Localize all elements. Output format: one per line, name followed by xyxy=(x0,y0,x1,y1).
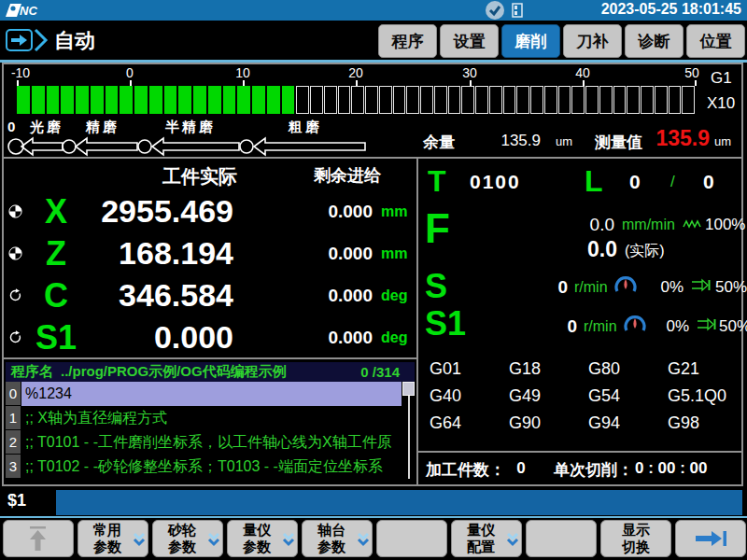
axis-actual-value: 168.194 xyxy=(84,232,233,274)
spindle-unit: r/min xyxy=(574,279,608,296)
feed-unit: mm/min xyxy=(622,217,675,233)
tab-grinding[interactable]: 磨削 xyxy=(501,24,560,58)
softkey-gauge-params[interactable]: 量仪参数 xyxy=(227,520,298,557)
loop-separator: / xyxy=(670,173,675,191)
softkey-empty[interactable] xyxy=(526,520,597,557)
cnc-screen: NC 2023-05-25 18:01:45 自动 程序 设置 磨削 刀补 诊断… xyxy=(0,0,747,560)
stage-sparkout-label: 光磨 xyxy=(30,119,63,136)
scale-cell xyxy=(489,86,502,114)
softkey-common-params[interactable]: 常用参数 xyxy=(78,520,148,557)
scale-cell xyxy=(682,86,695,114)
allowance-value: 135.9 xyxy=(471,132,541,150)
chevron-down-icon xyxy=(506,532,519,547)
softkey-wheel-params[interactable]: 砂轮参数 xyxy=(152,520,223,557)
gcode: G94 xyxy=(588,413,663,433)
line-text: ;; X轴为直径编程方式 xyxy=(21,406,402,430)
scale-cell xyxy=(208,86,221,114)
softkey-empty[interactable] xyxy=(376,520,447,557)
stage-zero-label: 0 xyxy=(7,119,15,134)
axis-unit: mm xyxy=(381,190,407,232)
axis-row-z: Z 168.194 0.000 mm xyxy=(4,232,415,274)
gcode: G90 xyxy=(509,413,584,433)
divider xyxy=(0,516,747,518)
gcode: G01 xyxy=(430,359,504,379)
softkey-display-switch[interactable]: 显示切换 xyxy=(600,520,671,557)
program-header: 程序名../prog/PROG示例/OG代码编程示例 0 /314 xyxy=(6,362,415,382)
scale-cell xyxy=(448,86,461,114)
program-line[interactable]: 2 ;; T0101 - -工件磨削坐标系，以工件轴心线为X轴工件原 xyxy=(6,430,402,455)
next-menu-arrow-icon xyxy=(693,526,728,551)
axis-actual-value: 346.584 xyxy=(84,274,233,316)
position-icon xyxy=(8,204,22,218)
axis-row-c: C 346.584 0.000 deg xyxy=(4,274,415,316)
scale-cell xyxy=(544,86,557,114)
scale-cell xyxy=(61,86,74,114)
feed-actual-note: (实际) xyxy=(625,242,665,261)
feed-wave-icon xyxy=(683,217,703,231)
scale-cell xyxy=(282,86,295,114)
scale-cell xyxy=(461,86,474,114)
program-line[interactable]: 1 ;; X轴为直径编程方式 xyxy=(6,406,402,430)
scale-cell xyxy=(655,86,668,114)
spindle-value: 0 xyxy=(540,316,577,337)
axes-panel: 工件实际 剩余进给 X 2955.469 0.000 mm Z 168.194 … xyxy=(2,159,418,359)
softkey-gauge-config[interactable]: 量仪配置 xyxy=(451,520,522,557)
spindle-unit: r/min xyxy=(584,318,617,335)
gcode: G64 xyxy=(430,413,504,433)
line-number: 3 xyxy=(6,455,21,478)
axis-unit: mm xyxy=(381,232,407,274)
tick: 10 xyxy=(235,65,250,80)
axis-name: S1 xyxy=(28,316,84,358)
position-icon xyxy=(8,246,22,260)
scale-cell xyxy=(627,86,640,114)
tick: 0 xyxy=(126,65,134,80)
scale-cell xyxy=(252,86,265,114)
measured-label: 测量值 xyxy=(595,132,642,153)
scale-bar xyxy=(17,86,696,114)
scale-cell xyxy=(475,86,488,114)
scale-cell xyxy=(149,86,162,114)
scale-cell xyxy=(351,86,364,114)
scale-cell xyxy=(106,86,119,114)
gcode: G98 xyxy=(668,413,742,433)
parts-count-value: 0 xyxy=(507,459,535,478)
softkey-next-menu-button[interactable] xyxy=(675,520,746,557)
chevron-down-icon xyxy=(207,532,220,547)
brand-logo-icon: NC xyxy=(4,2,60,19)
program-scrollbar[interactable] xyxy=(402,382,415,479)
axis-remain-value: 0.000 xyxy=(284,232,373,274)
scale-cell xyxy=(76,86,89,114)
auto-mode-icon xyxy=(6,26,49,54)
parts-count-label: 加工件数： xyxy=(426,459,505,481)
tab-position[interactable]: 位置 xyxy=(686,24,745,58)
chevron-down-icon xyxy=(282,532,295,547)
spindle-override-low: 0% xyxy=(657,317,689,336)
remain-header: 剩余进给 xyxy=(305,164,389,187)
scrollbar-track xyxy=(408,396,410,479)
scrollbar-thumb[interactable] xyxy=(402,382,415,396)
program-line[interactable]: 0 %1234 xyxy=(6,382,402,406)
scale-cell xyxy=(296,86,309,114)
tab-settings[interactable]: 设置 xyxy=(440,24,499,58)
up-arrow-icon xyxy=(26,525,50,553)
feed-override: 100% xyxy=(705,216,745,234)
tab-program[interactable]: 程序 xyxy=(378,24,437,58)
loop-current: 0 xyxy=(629,171,641,193)
softkey-table-params[interactable]: 轴台参数 xyxy=(302,520,373,557)
softkey-up-button[interactable] xyxy=(3,520,74,557)
tab-toolcomp[interactable]: 刀补 xyxy=(563,24,622,58)
gcode: G54 xyxy=(588,386,663,406)
axis-name: C xyxy=(28,274,84,316)
gcode: G21 xyxy=(668,359,742,379)
tool-letter: T xyxy=(428,164,446,199)
scale-cell xyxy=(599,86,613,114)
tool-number: 0100 xyxy=(470,171,521,193)
feed-command-value: 0.0 xyxy=(558,215,614,235)
tab-diagnose[interactable]: 诊断 xyxy=(625,24,684,58)
tick: 30 xyxy=(462,65,477,80)
axis-actual-value: 2955.469 xyxy=(84,190,233,232)
scale-cell xyxy=(32,86,45,114)
command-input[interactable] xyxy=(56,490,742,515)
program-line[interactable]: 3 ;; T0102 - -砂轮修整坐标系；T0103 - -端面定位坐标系 xyxy=(6,455,402,479)
scale-cell xyxy=(338,86,351,114)
